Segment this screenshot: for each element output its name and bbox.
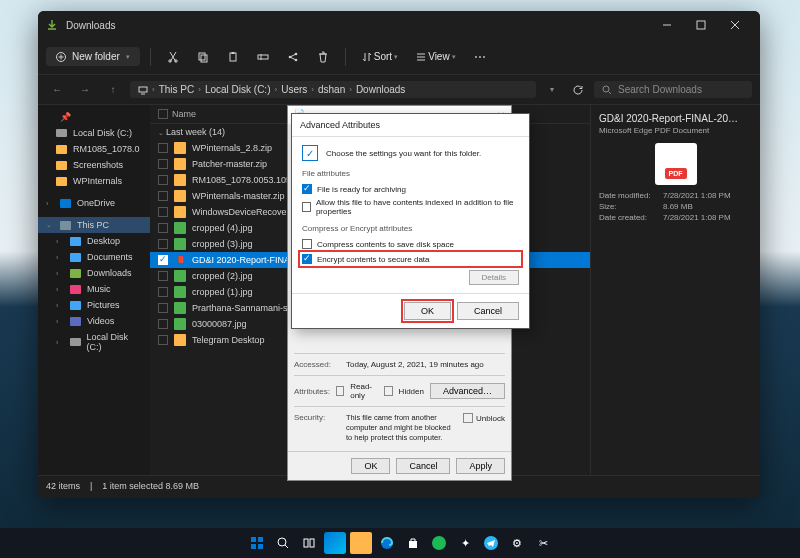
sidebar-item-desktop[interactable]: ›Desktop (38, 233, 150, 249)
path-segment[interactable]: Users (281, 84, 307, 95)
compress-checkbox[interactable] (302, 239, 312, 249)
sidebar-item-pictures[interactable]: ›Pictures (38, 297, 150, 313)
sidebar-item-downloads[interactable]: ›Downloads (38, 265, 150, 281)
sidebar-item-thispc[interactable]: ⌄This PC (38, 217, 150, 233)
file-checkbox[interactable] (158, 159, 168, 169)
hidden-checkbox[interactable] (384, 386, 392, 396)
props-apply-button[interactable]: Apply (456, 458, 505, 474)
share-button[interactable] (281, 45, 305, 69)
select-all-checkbox[interactable] (158, 109, 168, 119)
file-checkbox[interactable] (158, 303, 168, 313)
adv-ok-button[interactable]: OK (404, 302, 451, 320)
details-button[interactable]: Details (469, 270, 519, 285)
copy-button[interactable] (191, 45, 215, 69)
file-checkbox[interactable] (158, 223, 168, 233)
advanced-button[interactable]: Advanced… (430, 383, 505, 399)
sidebar-item-local-disk-c[interactable]: ›Local Disk (C:) (38, 329, 150, 355)
unblock-checkbox[interactable] (463, 413, 473, 423)
start-button[interactable] (246, 532, 268, 554)
cut-button[interactable] (161, 45, 185, 69)
forward-button[interactable]: → (74, 79, 96, 101)
svg-rect-15 (258, 537, 263, 542)
file-checkbox[interactable] (158, 191, 168, 201)
adv-cancel-button[interactable]: Cancel (457, 302, 519, 320)
pdf-badge-icon: PDF (665, 168, 687, 179)
path-segment[interactable]: Local Disk (C:) (205, 84, 271, 95)
minimize-button[interactable] (650, 11, 684, 39)
adv-title[interactable]: Advanced Attributes (292, 114, 529, 137)
path-segment[interactable]: This PC (159, 84, 195, 95)
snip-taskbar-icon[interactable]: ✂ (532, 532, 554, 554)
search-button[interactable] (272, 532, 294, 554)
img-icon (174, 302, 186, 314)
encrypt-row[interactable]: Encrypt contents to secure data (300, 252, 521, 266)
window-title: Downloads (66, 20, 650, 31)
img-icon (174, 238, 186, 250)
sidebar-item-wpinternals[interactable]: WPInternals (38, 173, 150, 189)
sidebar-item-rm1085[interactable]: RM1085_1078.0 (38, 141, 150, 157)
props-cancel-button[interactable]: Cancel (396, 458, 450, 474)
taskbar[interactable]: ✦ ⚙ ✂ (0, 528, 800, 558)
file-checkbox[interactable] (158, 175, 168, 185)
file-checkbox[interactable] (158, 335, 168, 345)
search-input[interactable]: Search Downloads (594, 81, 752, 98)
file-checkbox[interactable] (158, 143, 168, 153)
allow-index-row[interactable]: Allow this file to have contents indexed… (302, 196, 519, 218)
sidebar-item-music[interactable]: ›Music (38, 281, 150, 297)
new-folder-button[interactable]: New folder ▾ (46, 47, 140, 66)
address-bar[interactable]: › This PC› Local Disk (C:)› Users› dshan… (130, 81, 536, 98)
file-checkbox[interactable] (158, 287, 168, 297)
store-taskbar-icon[interactable] (402, 532, 424, 554)
sidebar-item-local-disk[interactable]: Local Disk (C:) (38, 125, 150, 141)
compress-row[interactable]: Compress contents to save disk space (302, 237, 519, 251)
svg-point-18 (278, 538, 286, 546)
spotify-taskbar-icon[interactable] (428, 532, 450, 554)
sidebar-item-screenshots[interactable]: Screenshots (38, 157, 150, 173)
file-checkbox[interactable] (158, 239, 168, 249)
slack-taskbar-icon[interactable]: ✦ (454, 532, 476, 554)
explorer-taskbar-icon[interactable] (350, 532, 372, 554)
up-button[interactable]: ↑ (102, 79, 124, 101)
path-segment[interactable]: Downloads (356, 84, 405, 95)
ready-archiving-checkbox[interactable] (302, 184, 312, 194)
readonly-checkbox[interactable] (336, 386, 344, 396)
sidebar[interactable]: 📌 Local Disk (C:) RM1085_1078.0 Screensh… (38, 105, 150, 475)
encrypt-checkbox[interactable] (302, 254, 312, 264)
taskview-button[interactable] (298, 532, 320, 554)
svg-rect-20 (310, 539, 314, 547)
delete-button[interactable] (311, 45, 335, 69)
file-name: cropped (2).jpg (192, 271, 253, 281)
edge-taskbar-icon[interactable] (376, 532, 398, 554)
refresh-button[interactable] (568, 80, 588, 100)
path-segment[interactable]: dshan (318, 84, 345, 95)
more-button[interactable]: ⋯ (468, 45, 492, 69)
search-placeholder: Search Downloads (618, 84, 702, 95)
view-icon (416, 52, 426, 62)
allow-index-checkbox[interactable] (302, 202, 311, 212)
widgets-button[interactable] (324, 532, 346, 554)
svg-point-3 (175, 59, 177, 61)
maximize-button[interactable] (684, 11, 718, 39)
telegram-taskbar-icon[interactable] (480, 532, 502, 554)
rename-button[interactable] (251, 45, 275, 69)
svg-rect-4 (199, 53, 205, 60)
sidebar-item-videos[interactable]: ›Videos (38, 313, 150, 329)
ready-archiving-row[interactable]: File is ready for archiving (302, 182, 519, 196)
file-checkbox[interactable] (158, 255, 168, 265)
back-button[interactable]: ← (46, 79, 68, 101)
view-button[interactable]: View ▾ (410, 49, 462, 64)
paste-button[interactable] (221, 45, 245, 69)
titlebar[interactable]: Downloads (38, 11, 760, 39)
file-checkbox[interactable] (158, 319, 168, 329)
props-ok-button[interactable]: OK (351, 458, 390, 474)
sidebar-item-onedrive[interactable]: ›OneDrive (38, 195, 150, 211)
close-button[interactable] (718, 11, 752, 39)
settings-taskbar-icon[interactable]: ⚙ (506, 532, 528, 554)
file-checkbox[interactable] (158, 207, 168, 217)
img-icon (174, 318, 186, 330)
svg-rect-0 (697, 21, 705, 29)
sidebar-item-documents[interactable]: ›Documents (38, 249, 150, 265)
file-checkbox[interactable] (158, 271, 168, 281)
dropdown-button[interactable]: ▾ (542, 80, 562, 100)
sort-button[interactable]: Sort ▾ (356, 49, 404, 64)
